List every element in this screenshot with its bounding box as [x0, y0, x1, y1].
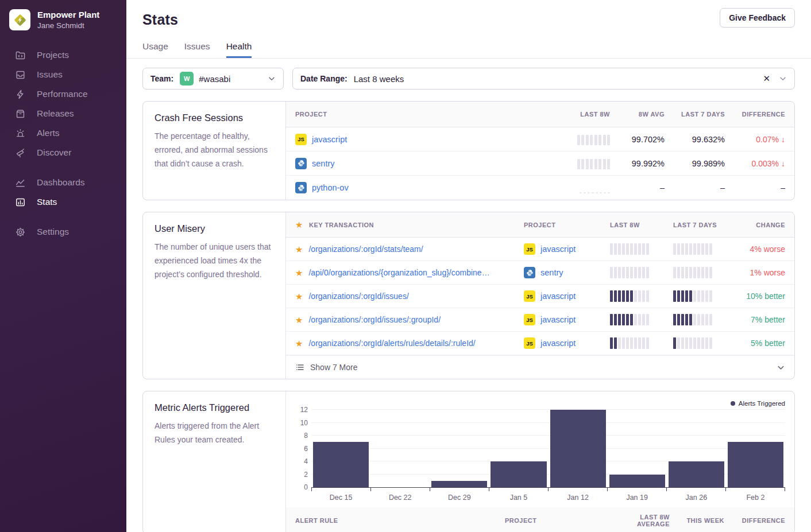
tab-issues[interactable]: Issues [184, 41, 210, 58]
sidebar-item-settings[interactable]: Settings [0, 222, 126, 242]
org-switcher[interactable]: Empower Plant Jane Schmidt [0, 0, 126, 30]
project-link[interactable]: javascript [540, 292, 576, 301]
chevron-down-icon[interactable] [268, 75, 276, 83]
col-this-week: THIS WEEK [670, 517, 724, 524]
chevron-down-icon[interactable] [779, 75, 787, 83]
sidebar-item-issues[interactable]: Issues [0, 65, 126, 84]
chart-x-labels: Dec 15Dec 22Dec 29Jan 5Jan 12Jan 19Jan 2… [311, 494, 785, 502]
chevron-down-icon[interactable] [777, 363, 785, 372]
sidebar-nav: Projects Issues Performance Releases Ale… [0, 45, 126, 242]
change-value: 10% better [736, 292, 785, 301]
key-transaction-star-icon[interactable]: ★ [295, 316, 303, 324]
key-transaction-star-icon[interactable]: ★ [295, 269, 303, 277]
issues-icon [14, 69, 26, 80]
sidebar-item-dashboards[interactable]: Dashboards [0, 173, 126, 192]
project-link[interactable]: sentry [540, 268, 563, 277]
give-feedback-button[interactable]: Give Feedback [720, 8, 795, 28]
sparkline [577, 158, 611, 169]
metric-alerts-panel: Metric Alerts Triggered Alerts triggered… [142, 391, 795, 532]
org-user: Jane Schmidt [37, 21, 99, 30]
sparkline-8w [610, 290, 673, 302]
avg-value: – [610, 183, 665, 192]
sidebar-item-label: Stats [37, 197, 57, 207]
crash-free-sessions-panel: Crash Free Sessions The percentage of he… [142, 101, 795, 200]
panel-description: The percentage of healthy, errored, and … [155, 130, 274, 170]
tab-usage[interactable]: Usage [142, 41, 168, 58]
javascript-platform-icon: JS [524, 243, 535, 255]
crash-table-header: PROJECT LAST 8W 8W AVG LAST 7 DAYS DIFFE… [286, 102, 794, 127]
filter-bar: Team: W #wasabi Date Range: Last 8 weeks… [142, 68, 795, 90]
project-link[interactable]: sentry [312, 159, 335, 168]
sidebar-item-label: Releases [37, 108, 74, 119]
tab-health[interactable]: Health [226, 41, 252, 58]
col-difference: DIFFERENCE [724, 517, 785, 524]
show-more-button[interactable]: Show 7 More [286, 355, 794, 379]
key-transaction-star-icon[interactable]: ★ [295, 339, 303, 348]
project-link[interactable]: javascript [540, 339, 576, 348]
difference-value: 0.07%↓ [725, 135, 785, 144]
alert-rules-table-header: ALERT RULE PROJECT LAST 8W AVERAGE THIS … [286, 507, 794, 532]
sidebar-item-performance[interactable]: Performance [0, 84, 126, 104]
team-label: Team: [150, 74, 173, 83]
python-platform-icon [295, 182, 307, 193]
sparkline [580, 182, 611, 193]
sidebar-item-stats[interactable]: Stats [0, 192, 126, 212]
col-difference: DIFFERENCE [725, 111, 785, 118]
sidebar-item-alerts[interactable]: Alerts [0, 123, 126, 143]
panel-description: The number of unique users that experien… [155, 240, 274, 281]
sparkline [577, 134, 611, 145]
date-range-select[interactable]: Date Range: Last 8 weeks ✕ [292, 68, 795, 90]
col-change: CHANGE [736, 222, 785, 228]
clear-date-icon[interactable]: ✕ [763, 73, 770, 84]
list-icon [295, 363, 304, 372]
discover-icon [14, 147, 26, 158]
sparkline-7d [673, 314, 736, 325]
last7-value: – [665, 183, 725, 192]
sparkline-8w [610, 243, 673, 255]
avg-value: 99.992% [610, 159, 665, 168]
avg-value: 99.702% [610, 135, 665, 144]
transaction-link[interactable]: /organizations/:orgId/alerts/rules/detai… [308, 339, 475, 348]
table-row: ★/organizations/:orgId/issues/ JSjavascr… [286, 285, 794, 308]
alerts-triggered-chart: Alerts Triggered 024681012 Dec 15Dec 22D… [286, 391, 794, 502]
alerts-icon [14, 127, 26, 139]
team-value: #wasabi [199, 74, 230, 84]
transaction-link[interactable]: /api/0/organizations/{organization_slug}… [308, 268, 489, 277]
org-logo-icon [9, 9, 30, 30]
transaction-link[interactable]: /organizations/:orgId/issues/:groupId/ [308, 315, 441, 324]
table-row: sentry 99.992% 99.989% 0.003%↓ [286, 152, 794, 176]
chart-legend[interactable]: Alerts Triggered [295, 397, 785, 410]
table-row: ★/organizations/:orgId/issues/:groupId/ … [286, 308, 794, 332]
table-row: ★/api/0/organizations/{organization_slug… [286, 261, 794, 285]
javascript-platform-icon: JS [295, 134, 307, 145]
sparkline-7d [673, 267, 736, 278]
col-project: PROJECT [505, 517, 611, 524]
sparkline-7d [673, 243, 736, 255]
change-value: 7% better [736, 315, 785, 324]
project-link[interactable]: javascript [540, 315, 576, 324]
sidebar-item-label: Performance [37, 89, 88, 99]
misery-table-header: ★KEY TRANSACTION PROJECT LAST 8W LAST 7 … [286, 212, 794, 238]
col-8w-avg: 8W AVG [610, 111, 665, 118]
key-transaction-star-icon[interactable]: ★ [295, 292, 303, 301]
sidebar-item-projects[interactable]: Projects [0, 45, 126, 65]
transaction-link[interactable]: /organizations/:orgId/stats/team/ [308, 244, 423, 254]
table-row: JSjavascript 99.702% 99.632% 0.07%↓ [286, 127, 794, 152]
key-transaction-star-icon[interactable]: ★ [295, 245, 303, 254]
sidebar-item-label: Discover [37, 147, 71, 158]
project-link[interactable]: javascript [312, 135, 347, 144]
project-link[interactable]: python-ov [312, 183, 349, 192]
tabs: Usage Issues Health [126, 41, 811, 59]
panel-title: User Misery [155, 223, 274, 234]
sidebar-item-label: Settings [37, 227, 69, 237]
team-select[interactable]: Team: W #wasabi [142, 68, 284, 90]
table-row: ★/organizations/:orgId/alerts/rules/deta… [286, 332, 794, 355]
sidebar-item-discover[interactable]: Discover [0, 143, 126, 162]
sidebar-item-releases[interactable]: Releases [0, 104, 126, 123]
sidebar-item-label: Alerts [37, 128, 60, 138]
javascript-platform-icon: JS [524, 337, 535, 349]
project-link[interactable]: javascript [540, 244, 576, 254]
legend-label: Alerts Triggered [739, 400, 785, 407]
settings-icon [14, 226, 26, 238]
transaction-link[interactable]: /organizations/:orgId/issues/ [308, 292, 408, 301]
